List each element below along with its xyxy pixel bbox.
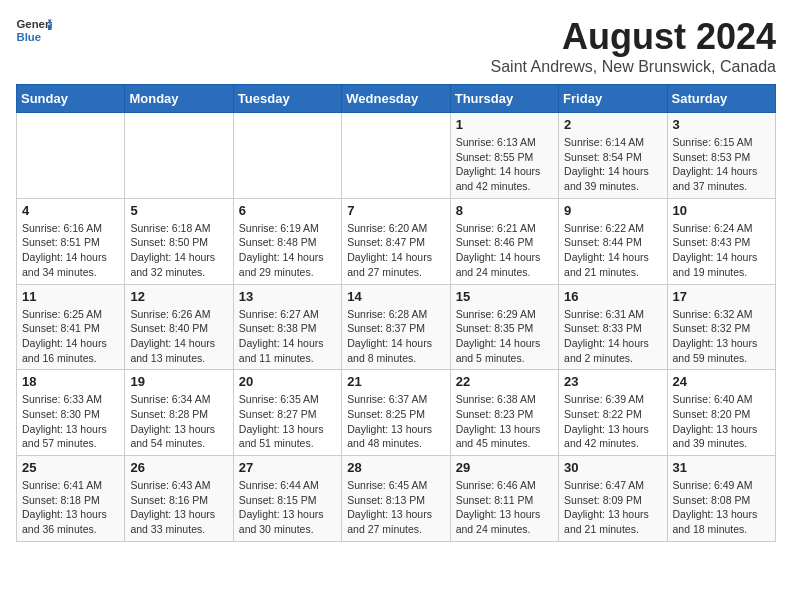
day-number: 27: [239, 460, 336, 475]
calendar-table: SundayMondayTuesdayWednesdayThursdayFrid…: [16, 84, 776, 542]
day-info: Sunrise: 6:28 AM Sunset: 8:37 PM Dayligh…: [347, 307, 444, 366]
header: General Blue August 2024 Saint Andrews, …: [16, 16, 776, 76]
title-area: August 2024 Saint Andrews, New Brunswick…: [491, 16, 776, 76]
day-number: 8: [456, 203, 553, 218]
day-info: Sunrise: 6:13 AM Sunset: 8:55 PM Dayligh…: [456, 135, 553, 194]
day-number: 31: [673, 460, 770, 475]
day-number: 18: [22, 374, 119, 389]
calendar-cell: 3Sunrise: 6:15 AM Sunset: 8:53 PM Daylig…: [667, 113, 775, 199]
day-number: 13: [239, 289, 336, 304]
calendar-cell: 9Sunrise: 6:22 AM Sunset: 8:44 PM Daylig…: [559, 198, 667, 284]
day-number: 5: [130, 203, 227, 218]
weekday-header: Sunday: [17, 85, 125, 113]
day-info: Sunrise: 6:22 AM Sunset: 8:44 PM Dayligh…: [564, 221, 661, 280]
day-info: Sunrise: 6:25 AM Sunset: 8:41 PM Dayligh…: [22, 307, 119, 366]
day-info: Sunrise: 6:40 AM Sunset: 8:20 PM Dayligh…: [673, 392, 770, 451]
day-info: Sunrise: 6:37 AM Sunset: 8:25 PM Dayligh…: [347, 392, 444, 451]
calendar-cell: 28Sunrise: 6:45 AM Sunset: 8:13 PM Dayli…: [342, 456, 450, 542]
day-number: 23: [564, 374, 661, 389]
day-info: Sunrise: 6:16 AM Sunset: 8:51 PM Dayligh…: [22, 221, 119, 280]
day-number: 6: [239, 203, 336, 218]
calendar-cell: 22Sunrise: 6:38 AM Sunset: 8:23 PM Dayli…: [450, 370, 558, 456]
calendar-cell: 8Sunrise: 6:21 AM Sunset: 8:46 PM Daylig…: [450, 198, 558, 284]
day-number: 3: [673, 117, 770, 132]
calendar-cell: 26Sunrise: 6:43 AM Sunset: 8:16 PM Dayli…: [125, 456, 233, 542]
calendar-cell: 16Sunrise: 6:31 AM Sunset: 8:33 PM Dayli…: [559, 284, 667, 370]
calendar-cell: 31Sunrise: 6:49 AM Sunset: 8:08 PM Dayli…: [667, 456, 775, 542]
svg-marker-3: [48, 25, 52, 30]
day-info: Sunrise: 6:35 AM Sunset: 8:27 PM Dayligh…: [239, 392, 336, 451]
day-number: 15: [456, 289, 553, 304]
calendar-cell: 4Sunrise: 6:16 AM Sunset: 8:51 PM Daylig…: [17, 198, 125, 284]
day-number: 19: [130, 374, 227, 389]
day-number: 10: [673, 203, 770, 218]
day-number: 11: [22, 289, 119, 304]
day-info: Sunrise: 6:46 AM Sunset: 8:11 PM Dayligh…: [456, 478, 553, 537]
day-number: 9: [564, 203, 661, 218]
day-info: Sunrise: 6:26 AM Sunset: 8:40 PM Dayligh…: [130, 307, 227, 366]
calendar-cell: 7Sunrise: 6:20 AM Sunset: 8:47 PM Daylig…: [342, 198, 450, 284]
day-info: Sunrise: 6:14 AM Sunset: 8:54 PM Dayligh…: [564, 135, 661, 194]
calendar-header: SundayMondayTuesdayWednesdayThursdayFrid…: [17, 85, 776, 113]
day-number: 24: [673, 374, 770, 389]
weekday-header: Thursday: [450, 85, 558, 113]
calendar-week: 1Sunrise: 6:13 AM Sunset: 8:55 PM Daylig…: [17, 113, 776, 199]
calendar-cell: 5Sunrise: 6:18 AM Sunset: 8:50 PM Daylig…: [125, 198, 233, 284]
calendar-week: 25Sunrise: 6:41 AM Sunset: 8:18 PM Dayli…: [17, 456, 776, 542]
calendar-cell: 20Sunrise: 6:35 AM Sunset: 8:27 PM Dayli…: [233, 370, 341, 456]
weekday-header: Friday: [559, 85, 667, 113]
logo-icon: General Blue: [16, 16, 52, 44]
day-number: 22: [456, 374, 553, 389]
calendar-cell: 13Sunrise: 6:27 AM Sunset: 8:38 PM Dayli…: [233, 284, 341, 370]
calendar-cell: 27Sunrise: 6:44 AM Sunset: 8:15 PM Dayli…: [233, 456, 341, 542]
day-info: Sunrise: 6:44 AM Sunset: 8:15 PM Dayligh…: [239, 478, 336, 537]
calendar-body: 1Sunrise: 6:13 AM Sunset: 8:55 PM Daylig…: [17, 113, 776, 542]
day-number: 28: [347, 460, 444, 475]
calendar-cell: [17, 113, 125, 199]
calendar-week: 11Sunrise: 6:25 AM Sunset: 8:41 PM Dayli…: [17, 284, 776, 370]
day-info: Sunrise: 6:19 AM Sunset: 8:48 PM Dayligh…: [239, 221, 336, 280]
day-info: Sunrise: 6:45 AM Sunset: 8:13 PM Dayligh…: [347, 478, 444, 537]
day-number: 14: [347, 289, 444, 304]
calendar-cell: 14Sunrise: 6:28 AM Sunset: 8:37 PM Dayli…: [342, 284, 450, 370]
calendar-cell: 17Sunrise: 6:32 AM Sunset: 8:32 PM Dayli…: [667, 284, 775, 370]
calendar-cell: 24Sunrise: 6:40 AM Sunset: 8:20 PM Dayli…: [667, 370, 775, 456]
calendar-cell: 2Sunrise: 6:14 AM Sunset: 8:54 PM Daylig…: [559, 113, 667, 199]
day-info: Sunrise: 6:39 AM Sunset: 8:22 PM Dayligh…: [564, 392, 661, 451]
day-info: Sunrise: 6:18 AM Sunset: 8:50 PM Dayligh…: [130, 221, 227, 280]
calendar-cell: 11Sunrise: 6:25 AM Sunset: 8:41 PM Dayli…: [17, 284, 125, 370]
day-number: 7: [347, 203, 444, 218]
day-number: 30: [564, 460, 661, 475]
calendar-cell: [125, 113, 233, 199]
weekday-header: Monday: [125, 85, 233, 113]
calendar-cell: 10Sunrise: 6:24 AM Sunset: 8:43 PM Dayli…: [667, 198, 775, 284]
day-number: 17: [673, 289, 770, 304]
calendar-cell: 21Sunrise: 6:37 AM Sunset: 8:25 PM Dayli…: [342, 370, 450, 456]
day-number: 25: [22, 460, 119, 475]
svg-text:Blue: Blue: [17, 31, 42, 43]
day-info: Sunrise: 6:32 AM Sunset: 8:32 PM Dayligh…: [673, 307, 770, 366]
day-info: Sunrise: 6:49 AM Sunset: 8:08 PM Dayligh…: [673, 478, 770, 537]
calendar-cell: 18Sunrise: 6:33 AM Sunset: 8:30 PM Dayli…: [17, 370, 125, 456]
calendar-cell: [233, 113, 341, 199]
weekday-header: Wednesday: [342, 85, 450, 113]
day-number: 12: [130, 289, 227, 304]
day-info: Sunrise: 6:43 AM Sunset: 8:16 PM Dayligh…: [130, 478, 227, 537]
day-info: Sunrise: 6:31 AM Sunset: 8:33 PM Dayligh…: [564, 307, 661, 366]
subtitle: Saint Andrews, New Brunswick, Canada: [491, 58, 776, 76]
day-info: Sunrise: 6:41 AM Sunset: 8:18 PM Dayligh…: [22, 478, 119, 537]
calendar-cell: 19Sunrise: 6:34 AM Sunset: 8:28 PM Dayli…: [125, 370, 233, 456]
day-info: Sunrise: 6:21 AM Sunset: 8:46 PM Dayligh…: [456, 221, 553, 280]
day-number: 2: [564, 117, 661, 132]
calendar-cell: 25Sunrise: 6:41 AM Sunset: 8:18 PM Dayli…: [17, 456, 125, 542]
day-number: 16: [564, 289, 661, 304]
day-info: Sunrise: 6:27 AM Sunset: 8:38 PM Dayligh…: [239, 307, 336, 366]
day-info: Sunrise: 6:24 AM Sunset: 8:43 PM Dayligh…: [673, 221, 770, 280]
weekday-header: Tuesday: [233, 85, 341, 113]
day-info: Sunrise: 6:34 AM Sunset: 8:28 PM Dayligh…: [130, 392, 227, 451]
day-number: 20: [239, 374, 336, 389]
svg-text:General: General: [17, 18, 53, 30]
day-info: Sunrise: 6:20 AM Sunset: 8:47 PM Dayligh…: [347, 221, 444, 280]
day-number: 26: [130, 460, 227, 475]
day-number: 21: [347, 374, 444, 389]
